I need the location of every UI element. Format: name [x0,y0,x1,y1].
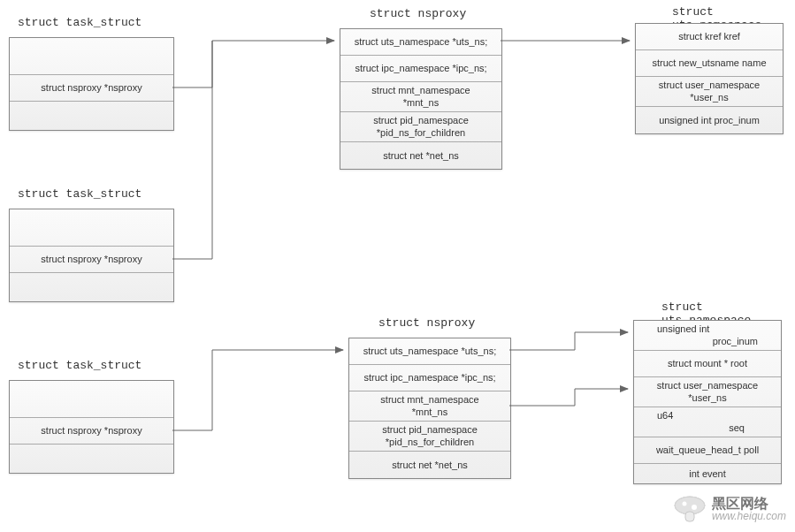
uts1-userns-l1: struct user_namespace [659,80,760,91]
box-nsproxy1: struct uts_namespace *uts_ns; struct ipc… [340,28,502,170]
mntns2-seq-l2: seq [729,422,745,434]
nsproxy2-ipc: struct ipc_namespace *ipc_ns; [349,365,510,391]
uts1-name: struct new_utsname name [636,50,783,77]
task2-field-empty2 [10,273,173,301]
uts1-userns-l2: *user_ns [690,92,728,103]
mntns2-seq-l1: u64 [657,410,673,422]
mushroom-icon [673,495,707,523]
svg-point-3 [682,502,686,506]
watermark-cn: 黑区网络 [712,496,786,512]
task1-field-empty1 [10,38,173,75]
box-nsproxy2: struct uts_namespace *uts_ns; struct ipc… [348,338,511,479]
uts1-procinum: unsigned int proc_inum [636,107,783,133]
task3-field-empty1 [10,381,173,418]
nsproxy1-mnt-l1: struct mnt_namespace [371,85,470,96]
nsproxy2-mnt-l1: struct mnt_namespace [380,394,478,406]
title-nsproxy2: struct nsproxy [378,316,475,330]
box-task1: struct nsproxy *nsproxy [9,37,174,131]
watermark-domain: www.heiqu.com [712,511,786,522]
mntns2-procinum-l2: proc_inum [713,336,758,347]
task1-field-empty2 [10,102,173,130]
nsproxy1-mnt-l2: *mnt_ns [403,97,439,109]
title-nsproxy1: struct nsproxy [370,7,466,20]
title-task1: struct task_struct [18,16,141,29]
nsproxy1-pid-l2: *pid_ns_for_children [377,127,465,139]
nsproxy1-ipc: struct ipc_namespace *ipc_ns; [340,56,501,82]
nsproxy1-uts: struct uts_namespace *uts_ns; [340,29,501,56]
task1-field-nsproxy: struct nsproxy *nsproxy [10,75,173,102]
nsproxy2-uts: struct uts_namespace *uts_ns; [349,338,510,365]
box-mntns2: unsigned int proc_inum struct mount * ro… [633,320,782,484]
nsproxy1-net: struct net *net_ns [340,142,501,169]
box-task3: struct nsproxy *nsproxy [9,380,174,474]
nsproxy1-pid: struct pid_namespace *pid_ns_for_childre… [340,112,501,142]
mntns2-event: int event [634,464,781,483]
nsproxy1-mnt: struct mnt_namespace *mnt_ns [340,82,501,112]
title-task2: struct task_struct [18,187,141,201]
mntns2-userns: struct user_namespace *user_ns [634,377,781,407]
svg-rect-5 [685,512,694,521]
mntns2-userns-l1: struct user_namespace [657,380,758,391]
task2-field-empty1 [10,209,173,247]
box-task2: struct nsproxy *nsproxy [9,209,174,302]
mntns2-root: struct mount * root [634,351,781,377]
nsproxy2-net: struct net *net_ns [349,452,510,478]
mntns2-procinum-l1: unsigned int [657,323,709,335]
mntns2-poll: wait_queue_head_t poll [634,437,781,464]
title-task3: struct task_struct [18,359,141,372]
nsproxy2-mnt: struct mnt_namespace *mnt_ns [349,391,510,422]
task3-field-empty2 [10,445,173,473]
nsproxy1-pid-l1: struct pid_namespace [373,115,469,126]
nsproxy2-pid-l1: struct pid_namespace [382,424,478,436]
uts1-userns: struct user_namespace *user_ns [636,77,783,107]
svg-point-4 [692,505,697,510]
nsproxy2-pid: struct pid_namespace *pid_ns_for_childre… [349,422,510,452]
mntns2-seq: u64 seq [634,407,781,437]
watermark: 黑区网络 www.heiqu.com [673,495,786,523]
nsproxy2-mnt-l2: *mnt_ns [412,407,447,418]
nsproxy2-pid-l2: *pid_ns_for_children [386,437,474,448]
box-uts1: struct kref kref struct new_utsname name… [635,23,784,134]
mntns2-procinum: unsigned int proc_inum [634,321,781,351]
task3-field-nsproxy: struct nsproxy *nsproxy [10,418,173,445]
uts1-kref: struct kref kref [636,24,783,50]
task2-field-nsproxy: struct nsproxy *nsproxy [10,247,173,273]
mntns2-userns-l2: *user_ns [688,392,726,404]
